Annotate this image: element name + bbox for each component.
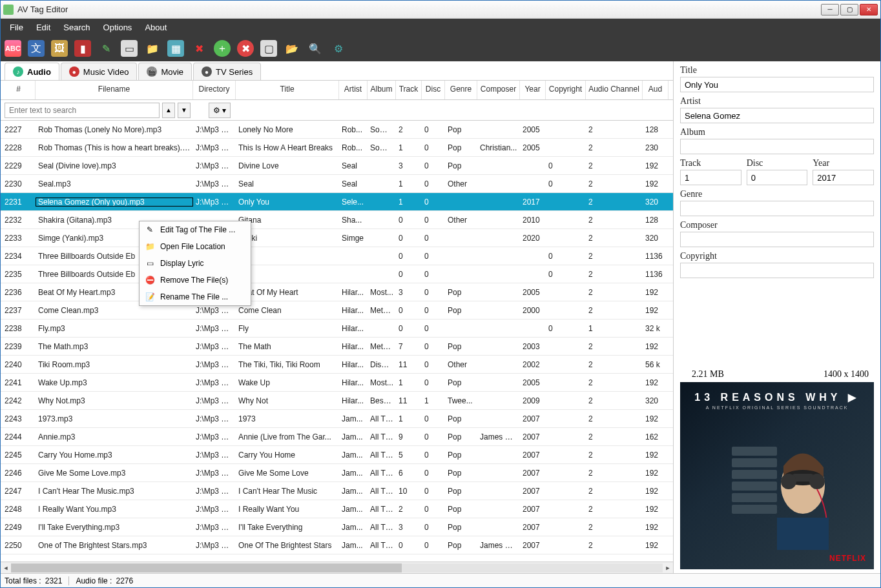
cell-title: I Can't Hear The Music: [236, 487, 339, 496]
table-row[interactable]: 2241Wake Up.mp3J:\Mp3 M...Wake UpHilar..…: [1, 374, 673, 392]
scroll-thumb[interactable]: [11, 563, 402, 573]
genre-field[interactable]: [680, 201, 874, 216]
menu-file[interactable]: File: [3, 20, 30, 35]
screen-icon[interactable]: ▢: [260, 40, 277, 57]
table-row[interactable]: 22431973.mp3J:\Mp3 M...1973Jam...All Th.…: [1, 410, 673, 428]
table-row[interactable]: 2240Tiki Room.mp3J:\Mp3 M...The Tiki, Ti…: [1, 356, 673, 374]
table-row[interactable]: 2231Selena Gomez (Only you).mp3J:\Mp3 M.…: [1, 193, 673, 211]
filter-down-button[interactable]: ▼: [178, 103, 191, 118]
copyright-field[interactable]: [680, 263, 874, 278]
settings-icon[interactable]: ⚙: [330, 40, 347, 57]
context-rename-the-file-[interactable]: 📝Rename The File ...: [140, 289, 251, 305]
table-row[interactable]: 2245Carry You Home.mp3J:\Mp3 M...Carry Y…: [1, 446, 673, 464]
tab-music-video[interactable]: ●Music Video: [61, 63, 138, 80]
minimize-button[interactable]: ─: [821, 4, 839, 15]
table-row[interactable]: 2246Give Me Some Love.mp3J:\Mp3 M...Give…: [1, 464, 673, 482]
column-header[interactable]: Artist: [339, 81, 368, 99]
rename-icon[interactable]: ▭: [121, 40, 138, 57]
artist-field[interactable]: [680, 108, 874, 123]
table-row[interactable]: 2244Annie.mp3J:\Mp3 M...Annie (Live from…: [1, 428, 673, 446]
cell-title: Beat Of My Heart: [236, 288, 339, 297]
horizontal-scrollbar[interactable]: ◄ ►: [1, 562, 673, 573]
title-field[interactable]: [680, 77, 874, 92]
close-button[interactable]: ✕: [860, 4, 878, 15]
disc-field[interactable]: [747, 170, 808, 185]
select-icon[interactable]: ▦: [167, 40, 184, 57]
remove-icon[interactable]: ✖: [237, 40, 254, 57]
cell-comp: James Blunt: [477, 541, 520, 550]
column-header[interactable]: Title: [236, 81, 339, 99]
abc-icon[interactable]: ABC: [5, 40, 21, 57]
table-row[interactable]: 2242Why Not.mp3J:\Mp3 M...Why NotHilar..…: [1, 392, 673, 410]
cell-aud: 1136: [643, 270, 669, 279]
column-header[interactable]: Audio Channel: [586, 81, 643, 99]
search-icon[interactable]: 🔍: [307, 40, 324, 57]
menu-edit[interactable]: Edit: [30, 20, 57, 35]
book-icon[interactable]: ▮: [74, 40, 91, 57]
delete-icon[interactable]: ✖: [191, 40, 207, 57]
filter-up-button[interactable]: ▲: [162, 103, 175, 118]
table-row[interactable]: 2233Simge (Yanki).mp3YankiSimge002020232…: [1, 229, 673, 247]
cell-title: Wake Up: [236, 378, 339, 387]
column-header[interactable]: Directory: [193, 81, 236, 99]
edit-icon[interactable]: ✎: [98, 40, 114, 57]
column-header[interactable]: Filename: [36, 81, 193, 99]
track-field[interactable]: [680, 170, 741, 185]
column-header[interactable]: Track: [396, 81, 422, 99]
column-header[interactable]: Copyright: [546, 81, 586, 99]
add-icon[interactable]: ＋: [214, 40, 231, 57]
menu-options[interactable]: Options: [97, 20, 139, 35]
translate-icon[interactable]: 文: [28, 40, 45, 57]
table-row[interactable]: 2228Rob Thomas (This is how a heart brea…: [1, 139, 673, 157]
column-header[interactable]: #: [1, 81, 36, 99]
table-row[interactable]: 2230Seal.mp3J:\Mp3 M...SealSeal10Other02…: [1, 175, 673, 193]
scroll-left-icon[interactable]: ◄: [1, 563, 11, 573]
album-field[interactable]: [680, 139, 874, 154]
album-art[interactable]: 13 REASONS WHY ▶ A NETFLIX ORIGINAL SERI…: [680, 382, 874, 569]
tab-audio[interactable]: ♪Audio: [5, 63, 59, 80]
table-row[interactable]: 2229Seal (Divine love).mp3J:\Mp3 M...Div…: [1, 157, 673, 175]
scroll-track[interactable]: [11, 563, 663, 573]
column-header[interactable]: Year: [520, 81, 546, 99]
column-header[interactable]: Genre: [445, 81, 477, 99]
table-row[interactable]: 2236Beat Of My Heart.mp3J:\Mp3 M...Beat …: [1, 283, 673, 301]
context-edit-tag-of-the-file-[interactable]: ✎Edit Tag of The File ...: [140, 221, 251, 238]
cell-track: 2: [396, 505, 422, 514]
table-row[interactable]: 2237Come Clean.mp3J:\Mp3 M...Come CleanH…: [1, 301, 673, 319]
year-field[interactable]: [813, 170, 874, 185]
scroll-right-icon[interactable]: ►: [663, 563, 673, 573]
table-row[interactable]: 2248I Really Want You.mp3J:\Mp3 M...I Re…: [1, 500, 673, 518]
folder-search-icon[interactable]: 📂: [284, 40, 300, 57]
context-open-file-location[interactable]: 📁Open File Location: [140, 238, 251, 255]
context-display-lyric[interactable]: ▭Display Lyric: [140, 255, 251, 272]
table-row[interactable]: 2234Three Billboards Outside Eb00021136: [1, 247, 673, 265]
table-row[interactable]: 2247I Can't Hear The Music.mp3J:\Mp3 M..…: [1, 482, 673, 500]
table-row[interactable]: 2235Three Billboards Outside Eb00021136: [1, 265, 673, 283]
table-row[interactable]: 2250One of The Brightest Stars.mp3J:\Mp3…: [1, 536, 673, 554]
table-row[interactable]: 2238Fly.mp3J:\Mp3 M...FlyHilar...000132 …: [1, 319, 673, 338]
table-row[interactable]: 2249I'll Take Everything.mp3J:\Mp3 M...I…: [1, 518, 673, 536]
picture-icon[interactable]: 🖼: [51, 40, 68, 57]
folder-icon[interactable]: 📁: [144, 40, 161, 57]
column-header[interactable]: Disc: [422, 81, 445, 99]
cell-title: Give Me Some Love: [236, 469, 339, 478]
menu-search[interactable]: Search: [57, 20, 96, 35]
column-header[interactable]: Album: [368, 81, 396, 99]
cell-chan: 2: [586, 360, 643, 369]
tab-movie[interactable]: 🎬Movie: [138, 63, 192, 80]
maximize-button[interactable]: ▢: [840, 4, 858, 15]
cell-disc: 0: [422, 451, 445, 460]
cell-n: 2236: [1, 288, 36, 297]
composer-field[interactable]: [680, 232, 874, 247]
column-header[interactable]: Aud: [643, 81, 669, 99]
context-remove-the-file-s-[interactable]: ⛔Remove The File(s): [140, 272, 251, 289]
column-settings-button[interactable]: ⚙ ▾: [209, 103, 231, 118]
column-header[interactable]: Composer: [477, 81, 520, 99]
table-row[interactable]: 2232Shakira (Gitana).mp3GitanaSha...00Ot…: [1, 211, 673, 229]
menu-about[interactable]: About: [138, 20, 173, 35]
table[interactable]: 2227Rob Thomas (Lonely No More).mp3J:\Mp…: [1, 121, 673, 562]
tab-tv-series[interactable]: ●TV Series: [193, 63, 261, 80]
table-row[interactable]: 2227Rob Thomas (Lonely No More).mp3J:\Mp…: [1, 121, 673, 139]
table-row[interactable]: 2239The Math.mp3J:\Mp3 M...The MathHilar…: [1, 338, 673, 356]
search-input[interactable]: [5, 103, 160, 118]
